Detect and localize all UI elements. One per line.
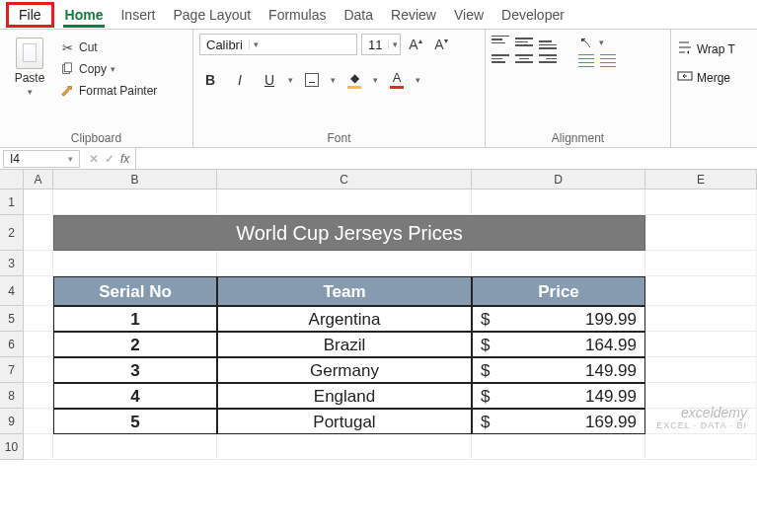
cell[interactable] — [24, 251, 53, 276]
orientation-button[interactable]: ⭦ — [578, 34, 593, 50]
cell-price[interactable]: $199.99 — [472, 306, 645, 332]
cell-price[interactable]: $149.99 — [472, 383, 645, 409]
col-header-E[interactable]: E — [645, 170, 757, 189]
accept-icon[interactable]: ✓ — [105, 152, 114, 166]
cell[interactable] — [53, 251, 217, 276]
copy-button[interactable]: Copy ▾ — [59, 59, 157, 79]
cell[interactable] — [472, 251, 645, 276]
row-header[interactable]: 5 — [0, 306, 24, 332]
font-size-select[interactable]: 11▾ — [361, 34, 401, 55]
font-color-button[interactable]: A — [386, 69, 408, 91]
cell-serial[interactable]: 3 — [53, 357, 217, 383]
cell-team[interactable]: Brazil — [217, 332, 472, 357]
row-header[interactable]: 7 — [0, 357, 24, 383]
cell[interactable] — [24, 276, 53, 306]
cell[interactable] — [217, 434, 472, 460]
align-middle-button[interactable] — [515, 36, 533, 49]
cell[interactable] — [217, 251, 472, 276]
cell[interactable] — [645, 332, 757, 357]
table-header-price[interactable]: Price — [472, 276, 645, 306]
cut-button[interactable]: ✂ Cut — [59, 38, 157, 57]
cell[interactable] — [645, 276, 757, 306]
cell[interactable] — [645, 215, 757, 251]
align-left-button[interactable] — [492, 54, 509, 68]
cell[interactable] — [645, 190, 757, 215]
row-header[interactable]: 3 — [0, 251, 24, 276]
tab-data[interactable]: Data — [335, 3, 382, 27]
fx-icon[interactable]: fx — [120, 152, 129, 166]
cell-price[interactable]: $169.99 — [472, 409, 645, 434]
increase-indent-button[interactable] — [600, 54, 616, 68]
format-painter-button[interactable]: Format Painter — [59, 81, 157, 101]
tab-review[interactable]: Review — [382, 3, 445, 27]
cell[interactable] — [53, 434, 217, 460]
tab-page-layout[interactable]: Page Layout — [164, 3, 260, 27]
table-header-team[interactable]: Team — [217, 276, 472, 306]
col-header-C[interactable]: C — [217, 170, 472, 189]
col-header-A[interactable]: A — [24, 170, 53, 189]
align-top-button[interactable] — [492, 36, 509, 49]
underline-button[interactable]: U — [259, 69, 280, 91]
cell[interactable] — [53, 190, 217, 215]
tab-view[interactable]: View — [445, 3, 492, 27]
cell-serial[interactable]: 1 — [53, 306, 217, 332]
tab-file[interactable]: File — [6, 2, 54, 28]
decrease-indent-button[interactable] — [578, 54, 594, 68]
cell[interactable] — [472, 190, 645, 215]
cell[interactable] — [217, 190, 472, 215]
cell[interactable] — [645, 409, 757, 434]
cell-team[interactable]: Portugal — [217, 409, 472, 434]
align-center-button[interactable] — [515, 54, 533, 68]
decrease-font-button[interactable]: A▾ — [430, 37, 452, 52]
cell-team[interactable]: Germany — [217, 357, 472, 383]
col-header-B[interactable]: B — [53, 170, 217, 189]
tab-home[interactable]: Home — [56, 3, 113, 27]
cell[interactable] — [645, 251, 757, 276]
tab-insert[interactable]: Insert — [112, 3, 164, 27]
cell-team[interactable]: Argentina — [217, 306, 472, 332]
fill-color-button[interactable]: ◆ — [343, 69, 365, 91]
row-header[interactable]: 4 — [0, 276, 24, 306]
formula-input[interactable] — [135, 148, 757, 169]
cell[interactable] — [24, 357, 53, 383]
cell-price[interactable]: $164.99 — [472, 332, 645, 357]
cancel-icon[interactable]: ✕ — [89, 152, 99, 166]
tab-formulas[interactable]: Formulas — [260, 3, 335, 27]
border-button[interactable] — [301, 69, 323, 91]
cell[interactable] — [472, 434, 645, 460]
cell[interactable] — [24, 383, 53, 409]
row-header[interactable]: 1 — [0, 190, 24, 215]
font-name-select[interactable]: Calibri▾ — [199, 34, 357, 55]
align-bottom-button[interactable] — [539, 36, 557, 49]
row-header[interactable]: 2 — [0, 215, 24, 251]
sheet-title[interactable]: World Cup Jerseys Prices — [53, 215, 645, 251]
row-header[interactable]: 9 — [0, 409, 24, 434]
row-header[interactable]: 8 — [0, 383, 24, 409]
italic-button[interactable]: I — [229, 69, 251, 91]
cell[interactable] — [645, 306, 757, 332]
cell-serial[interactable]: 5 — [53, 409, 217, 434]
bold-button[interactable]: B — [199, 69, 221, 91]
cell[interactable] — [24, 306, 53, 332]
cell-serial[interactable]: 4 — [53, 383, 217, 409]
cell[interactable] — [645, 383, 757, 409]
select-all-corner[interactable] — [0, 170, 24, 189]
cell-team[interactable]: England — [217, 383, 472, 409]
cell[interactable] — [24, 409, 53, 434]
cell[interactable] — [24, 215, 53, 251]
wrap-text-button[interactable]: Wrap T — [677, 39, 735, 58]
merge-button[interactable]: Merge — [677, 68, 730, 87]
paste-button[interactable]: Paste ▾ — [6, 34, 53, 97]
col-header-D[interactable]: D — [472, 170, 645, 189]
cell-price[interactable]: $149.99 — [472, 357, 645, 383]
table-header-serial[interactable]: Serial No — [53, 276, 217, 306]
cell[interactable] — [24, 190, 53, 215]
cell[interactable] — [24, 332, 53, 357]
row-header[interactable]: 6 — [0, 332, 24, 357]
cell-serial[interactable]: 2 — [53, 332, 217, 357]
cell[interactable] — [645, 434, 757, 460]
row-header[interactable]: 10 — [0, 434, 24, 460]
cell[interactable] — [24, 434, 53, 460]
align-right-button[interactable] — [539, 54, 557, 68]
cell[interactable] — [645, 357, 757, 383]
